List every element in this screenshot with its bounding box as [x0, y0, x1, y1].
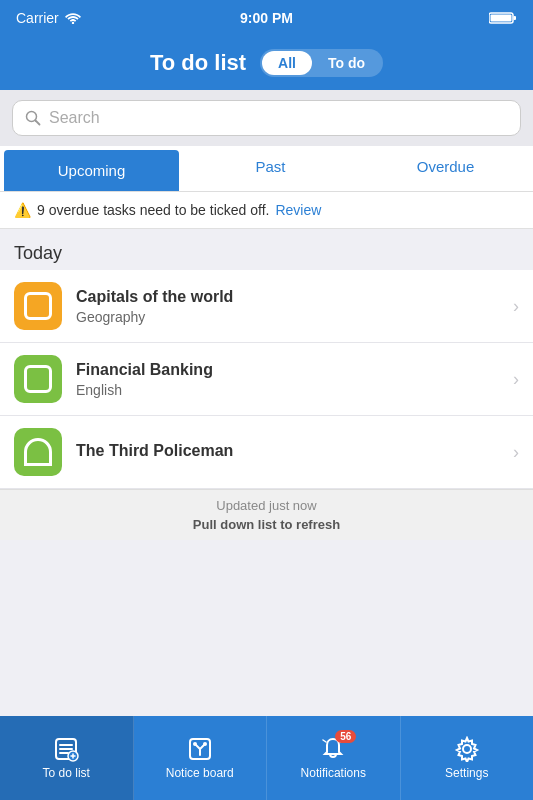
- chevron-icon: ›: [513, 369, 519, 390]
- item-subtitle-1: English: [76, 382, 513, 398]
- nav-label-settings: Settings: [445, 766, 488, 780]
- item-content-1: Financial Banking English: [76, 361, 513, 398]
- item-title-0: Capitals of the world: [76, 288, 513, 306]
- svg-point-21: [463, 745, 471, 753]
- notifications-icon: 56: [320, 736, 346, 762]
- todo-icon: [53, 736, 79, 762]
- review-link[interactable]: Review: [275, 202, 321, 218]
- icon-shape-arc: [24, 438, 52, 466]
- header-title: To do list: [150, 50, 246, 76]
- battery-icon: [489, 11, 517, 25]
- toggle-todo-button[interactable]: To do: [312, 51, 381, 75]
- item-icon-0: [14, 282, 62, 330]
- svg-point-18: [203, 742, 207, 746]
- status-carrier: Carrier: [16, 10, 81, 26]
- settings-icon: [454, 736, 480, 762]
- svg-point-0: [72, 22, 74, 24]
- tab-overdue[interactable]: Overdue: [358, 146, 533, 191]
- update-bar-line2: Pull down list to refresh: [0, 517, 533, 540]
- search-container: Search: [0, 90, 533, 146]
- warning-icon: ⚠️: [14, 202, 31, 218]
- search-placeholder: Search: [49, 109, 100, 127]
- warning-bar: ⚠️ 9 overdue tasks need to be ticked off…: [0, 192, 533, 229]
- search-box[interactable]: Search: [12, 100, 521, 136]
- nav-item-todo[interactable]: To do list: [0, 716, 134, 800]
- toggle-all-button[interactable]: All: [262, 51, 312, 75]
- tab-upcoming[interactable]: Upcoming: [4, 150, 179, 191]
- noticeboard-icon: [187, 736, 213, 762]
- nav-item-noticeboard[interactable]: Notice board: [134, 716, 268, 800]
- list-item[interactable]: The Third Policeman ›: [0, 416, 533, 489]
- nav-item-notifications[interactable]: 56 Notifications: [267, 716, 401, 800]
- item-content-0: Capitals of the world Geography: [76, 288, 513, 325]
- update-bar-line1: Updated just now: [0, 489, 533, 517]
- nav-label-noticeboard: Notice board: [166, 766, 234, 780]
- svg-point-17: [193, 742, 197, 746]
- header: To do list All To do: [0, 36, 533, 90]
- nav-label-todo: To do list: [43, 766, 90, 780]
- item-subtitle-0: Geography: [76, 309, 513, 325]
- tab-past[interactable]: Past: [183, 146, 358, 191]
- section-today: Today: [0, 229, 533, 270]
- nav-label-notifications: Notifications: [301, 766, 366, 780]
- item-title-1: Financial Banking: [76, 361, 513, 379]
- svg-rect-2: [491, 15, 512, 22]
- item-icon-1: [14, 355, 62, 403]
- carrier-text: Carrier: [16, 10, 59, 26]
- wifi-icon: [65, 12, 81, 24]
- tabs-container: Upcoming Past Overdue: [0, 146, 533, 192]
- icon-shape-square: [24, 292, 52, 320]
- nav-item-settings[interactable]: Settings: [401, 716, 534, 800]
- notification-badge: 56: [335, 730, 356, 743]
- chevron-icon: ›: [513, 296, 519, 317]
- item-icon-2: [14, 428, 62, 476]
- item-title-2: The Third Policeman: [76, 442, 513, 460]
- list-item[interactable]: Financial Banking English ›: [0, 343, 533, 416]
- status-time: 9:00 PM: [240, 10, 293, 26]
- status-battery: [489, 11, 517, 25]
- svg-line-5: [36, 121, 40, 125]
- warning-text: 9 overdue tasks need to be ticked off.: [37, 202, 269, 218]
- list-item[interactable]: Capitals of the world Geography ›: [0, 270, 533, 343]
- header-toggle[interactable]: All To do: [260, 49, 383, 77]
- task-list: Capitals of the world Geography › Financ…: [0, 270, 533, 489]
- svg-line-19: [323, 740, 326, 742]
- status-bar: Carrier 9:00 PM: [0, 0, 533, 36]
- bottom-nav: To do list Notice board 56 Notific: [0, 716, 533, 800]
- item-content-2: The Third Policeman: [76, 442, 513, 463]
- icon-shape-square: [24, 365, 52, 393]
- chevron-icon: ›: [513, 442, 519, 463]
- search-icon: [25, 110, 41, 126]
- svg-rect-3: [514, 16, 517, 20]
